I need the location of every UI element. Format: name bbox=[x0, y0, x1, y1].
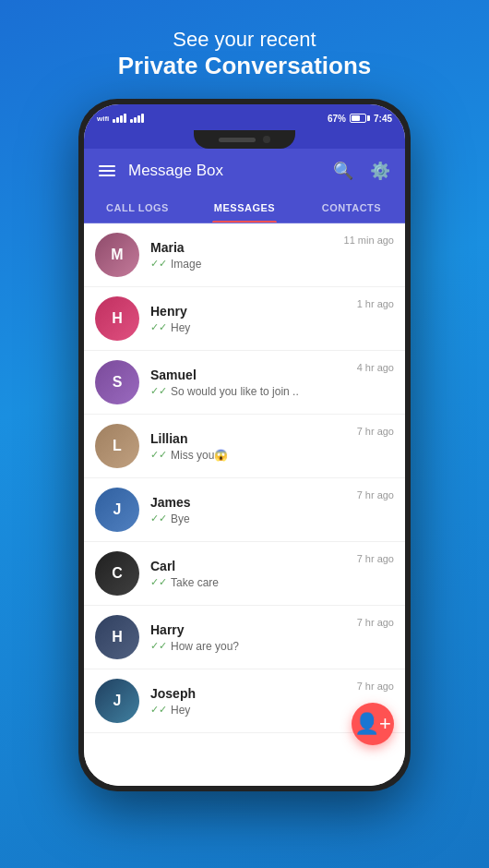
hero-line1: See your recent bbox=[118, 28, 372, 52]
status-bar: wifi 67% bbox=[84, 104, 405, 130]
avatar: H bbox=[95, 615, 139, 659]
message-preview: ✓✓Miss you😱 bbox=[150, 449, 350, 462]
hero-section: See your recent Private Conversations bbox=[100, 0, 390, 99]
tick-icon: ✓✓ bbox=[150, 258, 167, 270]
message-time: 11 min ago bbox=[344, 233, 394, 246]
message-content: Harry✓✓How are you? bbox=[150, 622, 350, 653]
notch-camera bbox=[263, 136, 270, 143]
notch-speaker bbox=[219, 138, 256, 142]
list-item[interactable]: JJames✓✓Bye7 hr ago bbox=[84, 478, 405, 542]
preview-text: Miss you😱 bbox=[171, 449, 228, 462]
message-preview: ✓✓Hey bbox=[150, 704, 350, 717]
message-time: 7 hr ago bbox=[357, 424, 394, 437]
tick-icon: ✓✓ bbox=[150, 512, 167, 524]
message-preview: ✓✓So would you like to join .. bbox=[150, 385, 350, 398]
message-name: Carl bbox=[150, 559, 350, 573]
preview-text: Hey bbox=[171, 704, 190, 717]
message-time: 7 hr ago bbox=[357, 615, 394, 628]
avatar-initial: J bbox=[113, 693, 122, 709]
message-preview: ✓✓Take care bbox=[150, 576, 350, 589]
avatar-initial: S bbox=[113, 374, 123, 391]
avatar-initial: L bbox=[113, 438, 122, 454]
message-content: Samuel✓✓So would you like to join .. bbox=[150, 368, 350, 398]
signal-icon bbox=[113, 114, 126, 123]
status-right: 67% 7:45 bbox=[328, 114, 392, 124]
hero-line2: Private Conversations bbox=[118, 52, 372, 80]
preview-text: Image bbox=[171, 258, 201, 271]
list-item[interactable]: MMaria✓✓Image11 min ago bbox=[84, 223, 405, 287]
message-name: Henry bbox=[150, 304, 350, 319]
add-contact-icon: 👤+ bbox=[354, 712, 391, 736]
notch-area bbox=[84, 130, 405, 149]
avatar: J bbox=[95, 679, 139, 723]
avatar: C bbox=[95, 551, 139, 596]
preview-text: Take care bbox=[171, 576, 219, 589]
preview-text: Hey bbox=[171, 321, 190, 334]
battery-pct: 67% bbox=[328, 114, 346, 124]
list-item[interactable]: HHenry✓✓Hey1 hr ago bbox=[84, 287, 405, 351]
message-name: Lillian bbox=[150, 431, 350, 446]
phone-wrapper: wifi 67% bbox=[78, 99, 411, 791]
message-list: MMaria✓✓Image11 min agoHHenry✓✓Hey1 hr a… bbox=[84, 223, 405, 786]
preview-text: How are you? bbox=[171, 640, 239, 653]
app-bar: Message Box 🔍 ⚙️ bbox=[84, 149, 405, 193]
message-name: Samuel bbox=[150, 368, 350, 382]
avatar-initial: H bbox=[112, 310, 123, 327]
message-content: James✓✓Bye bbox=[150, 495, 350, 525]
message-preview: ✓✓How are you? bbox=[150, 640, 350, 653]
message-time: 7 hr ago bbox=[357, 488, 394, 500]
settings-icon[interactable]: ⚙️ bbox=[366, 157, 394, 185]
list-item[interactable]: LLillian✓✓Miss you😱7 hr ago bbox=[84, 415, 405, 478]
message-name: Harry bbox=[150, 622, 350, 637]
message-time: 7 hr ago bbox=[357, 551, 394, 564]
avatar: S bbox=[95, 360, 139, 404]
message-preview: ✓✓Image bbox=[150, 258, 337, 271]
tick-icon: ✓✓ bbox=[150, 385, 167, 397]
message-name: Maria bbox=[150, 240, 337, 255]
message-content: Carl✓✓Take care bbox=[150, 559, 350, 589]
battery-icon bbox=[350, 114, 370, 123]
message-time: 7 hr ago bbox=[357, 679, 394, 692]
network-label: wifi bbox=[97, 115, 109, 123]
avatar-initial: H bbox=[112, 629, 123, 645]
preview-text: Bye bbox=[171, 512, 190, 525]
message-content: Henry✓✓Hey bbox=[150, 304, 350, 334]
tabs-bar: CALL LOGS MESSAGES CONTACTS bbox=[84, 193, 405, 223]
preview-text: So would you like to join .. bbox=[171, 385, 299, 398]
tick-icon: ✓✓ bbox=[150, 449, 167, 461]
message-name: James bbox=[150, 495, 350, 510]
message-content: Lillian✓✓Miss you😱 bbox=[150, 431, 350, 462]
status-left: wifi bbox=[97, 114, 144, 123]
app-bar-title: Message Box bbox=[128, 162, 320, 180]
add-contact-fab[interactable]: 👤+ bbox=[352, 703, 394, 745]
tick-icon: ✓✓ bbox=[150, 321, 167, 333]
tab-messages[interactable]: MESSAGES bbox=[191, 193, 298, 223]
avatar-initial: J bbox=[113, 501, 122, 518]
message-time: 1 hr ago bbox=[357, 296, 394, 309]
avatar: H bbox=[95, 296, 139, 341]
avatar: L bbox=[95, 424, 139, 468]
message-preview: ✓✓Hey bbox=[150, 321, 350, 334]
avatar: M bbox=[95, 233, 139, 277]
tab-call-logs[interactable]: CALL LOGS bbox=[84, 193, 191, 223]
phone-inner: wifi 67% bbox=[84, 104, 405, 786]
list-item[interactable]: CCarl✓✓Take care7 hr ago bbox=[84, 542, 405, 606]
menu-icon[interactable] bbox=[95, 162, 119, 180]
list-item[interactable]: SSamuel✓✓So would you like to join ..4 h… bbox=[84, 351, 405, 415]
avatar-initial: M bbox=[111, 247, 123, 263]
avatar-initial: C bbox=[112, 565, 123, 582]
message-content: Joseph✓✓Hey bbox=[150, 686, 350, 717]
tick-icon: ✓✓ bbox=[150, 704, 167, 716]
list-item[interactable]: HHarry✓✓How are you?7 hr ago bbox=[84, 606, 405, 669]
tick-icon: ✓✓ bbox=[150, 640, 167, 652]
message-content: Maria✓✓Image bbox=[150, 240, 337, 271]
tick-icon: ✓✓ bbox=[150, 576, 167, 588]
message-name: Joseph bbox=[150, 686, 350, 701]
avatar: J bbox=[95, 488, 139, 532]
time-label: 7:45 bbox=[374, 114, 392, 124]
message-preview: ✓✓Bye bbox=[150, 512, 350, 525]
signal-icon2 bbox=[130, 114, 144, 123]
notch bbox=[194, 130, 295, 149]
tab-contacts[interactable]: CONTACTS bbox=[298, 193, 405, 223]
search-icon[interactable]: 🔍 bbox=[329, 157, 357, 185]
